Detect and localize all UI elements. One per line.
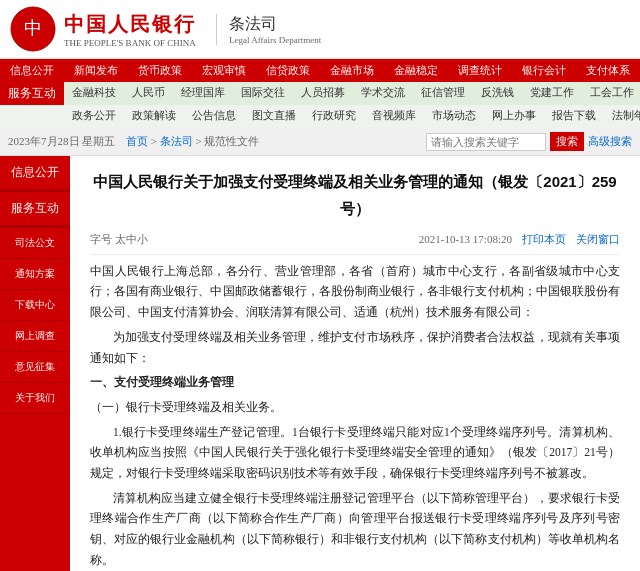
nav-label-service[interactable]: 服务互动 — [0, 82, 64, 105]
doc-meta: 字号 太中小 2021-10-13 17:08:20 打印本页 关闭窗口 — [90, 230, 620, 255]
svg-text:中: 中 — [24, 18, 42, 38]
dept-name-en: Legal Affairs Department — [229, 35, 321, 45]
doc-title: 中国人民银行关于加强支付受理终端及相关业务管理的通知（银发〔2021〕259号） — [90, 168, 620, 222]
dept-name-cn: 条法司 — [229, 14, 321, 35]
nav-item-accounting[interactable]: 银行会计 — [512, 59, 576, 82]
nav-row-1: 信息公开 新闻发布 货币政策 宏观审慎 信贷政策 金融市场 金融稳定 调查统计 … — [0, 59, 640, 82]
nav-item-macro[interactable]: 宏观审慎 — [192, 59, 256, 82]
nav-item-academic[interactable]: 学术交流 — [353, 82, 413, 105]
sidebar-extra5[interactable]: 意见征集 — [0, 352, 70, 383]
para1: 1.银行卡受理终端生产登记管理。1台银行卡受理终端只能对应1个受理终端序列号。清… — [90, 422, 620, 484]
nav-row-2: 服务互动 金融科技 人民币 经理国库 国际交往 人员招募 学术交流 征信管理 反… — [0, 82, 640, 105]
nav-item-online[interactable]: 网上办事 — [484, 105, 544, 128]
nav-item-notice[interactable]: 公告信息 — [184, 105, 244, 128]
nav-item-research[interactable]: 行政研究 — [304, 105, 364, 128]
section1-1-header: （一）银行卡受理终端及相关业务。 — [90, 397, 620, 418]
content-area: 中国人民银行关于加强支付受理终端及相关业务管理的通知（银发〔2021〕259号）… — [70, 156, 640, 571]
bank-name-cn: 中国人民银行 — [64, 11, 196, 38]
search-button[interactable]: 搜索 — [550, 132, 584, 151]
doc-body: 中国人民银行上海总部，各分行、营业管理部，各省（首府）城市中心支行，各副省级城市… — [90, 261, 620, 571]
breadcrumb-home[interactable]: 首页 — [126, 135, 148, 147]
doc-intro: 为加强支付受理终端及相关业务管理，维护支付市场秩序，保护消费者合法权益，现就有关… — [90, 327, 620, 368]
bank-emblem: 中 — [10, 6, 56, 52]
doc-number: 字号 太中小 — [90, 230, 148, 250]
para2: 清算机构应当建立健全银行卡受理终端注册登记管理平台（以下简称管理平台），要求银行… — [90, 488, 620, 571]
print-link[interactable]: 打印本页 — [522, 230, 566, 250]
nav-item-policy[interactable]: 政策解读 — [124, 105, 184, 128]
sidebar-extra6[interactable]: 关于我们 — [0, 383, 70, 414]
sidebar-extra1[interactable]: 司法公文 — [0, 228, 70, 259]
doc-to: 中国人民银行上海总部，各分行、营业管理部，各省（首府）城市中心支行，各副省级城市… — [90, 261, 620, 323]
nav-item-market[interactable]: 金融市场 — [320, 59, 384, 82]
nav-item-credit-mgmt[interactable]: 征信管理 — [413, 82, 473, 105]
nav-item-union[interactable]: 工会工作 — [582, 82, 640, 105]
nav-item-treasury[interactable]: 经理国库 — [173, 82, 233, 105]
search-input[interactable] — [426, 133, 546, 151]
nav-item-credit[interactable]: 信贷政策 — [256, 59, 320, 82]
breadcrumb-bar: 2023年7月28日 星期五 首页 > 条法司 > 规范性文件 搜索 高级搜索 — [0, 128, 640, 156]
nav-item-monetary[interactable]: 货币政策 — [128, 59, 192, 82]
nav-item-yearbook[interactable]: 法制年鉴 — [604, 105, 640, 128]
main-area: 信息公开 服务互动 司法公文 通知方案 下载中心 网上调查 意见征集 关于我们 … — [0, 156, 640, 571]
nav-item-news[interactable]: 新闻发布 — [64, 59, 128, 82]
nav-item-live[interactable]: 图文直播 — [244, 105, 304, 128]
sidebar-extra4[interactable]: 网上调查 — [0, 321, 70, 352]
breadcrumb-dept[interactable]: 条法司 — [160, 135, 193, 147]
doc-date: 2021-10-13 17:08:20 — [419, 230, 512, 250]
nav-item-intl[interactable]: 国际交往 — [233, 82, 293, 105]
breadcrumb-current: 规范性文件 — [204, 135, 259, 147]
sidebar-extra3[interactable]: 下载中心 — [0, 290, 70, 321]
breadcrumb-date: 2023年7月28日 星期五 — [8, 135, 115, 147]
nav-item-report[interactable]: 报告下载 — [544, 105, 604, 128]
nav-item-stability[interactable]: 金融稳定 — [384, 59, 448, 82]
search-bar: 搜索 高级搜索 — [426, 132, 632, 151]
logo-area: 中 中国人民银行 THE PEOPLE'S BANK OF CHINA 条法司 … — [10, 6, 321, 52]
section1-header: 一、支付受理终端业务管理 — [90, 372, 620, 393]
breadcrumb-path: 首页 > 条法司 > 规范性文件 — [126, 135, 259, 147]
nav-item-info[interactable]: 信息公开 — [0, 59, 64, 82]
nav-item-recruit[interactable]: 人员招募 — [293, 82, 353, 105]
sidebar-extra2[interactable]: 通知方案 — [0, 259, 70, 290]
bank-name-en: THE PEOPLE'S BANK OF CHINA — [64, 38, 196, 48]
nav-item-market-info[interactable]: 市场动态 — [424, 105, 484, 128]
doc-meta-right: 2021-10-13 17:08:20 打印本页 关闭窗口 — [419, 230, 620, 250]
document-container: 中国人民银行关于加强支付受理终端及相关业务管理的通知（银发〔2021〕259号）… — [70, 156, 640, 571]
nav-item-rmb[interactable]: 人民币 — [124, 82, 173, 105]
nav-item-party[interactable]: 党建工作 — [522, 82, 582, 105]
sidebar-service[interactable]: 服务互动 — [0, 192, 70, 226]
sidebar: 信息公开 服务互动 司法公文 通知方案 下载中心 网上调查 意见征集 关于我们 — [0, 156, 70, 571]
nav-item-payment[interactable]: 支付体系 — [576, 59, 640, 82]
nav-item-survey[interactable]: 调查统计 — [448, 59, 512, 82]
nav-row-3: 服务互动 政务公开 政策解读 公告信息 图文直播 行政研究 音视频库 市场动态 … — [0, 105, 640, 128]
nav-item-gov-open[interactable]: 政务公开 — [64, 105, 124, 128]
page-header: 中 中国人民银行 THE PEOPLE'S BANK OF CHINA 条法司 … — [0, 0, 640, 59]
close-link[interactable]: 关闭窗口 — [576, 230, 620, 250]
sidebar-info[interactable]: 信息公开 — [0, 156, 70, 190]
nav-item-av[interactable]: 音视频库 — [364, 105, 424, 128]
nav-item-fintech[interactable]: 金融科技 — [64, 82, 124, 105]
breadcrumb: 2023年7月28日 星期五 首页 > 条法司 > 规范性文件 — [8, 134, 259, 149]
advanced-search-link[interactable]: 高级搜索 — [588, 134, 632, 149]
nav-item-anti-money[interactable]: 反洗钱 — [473, 82, 522, 105]
